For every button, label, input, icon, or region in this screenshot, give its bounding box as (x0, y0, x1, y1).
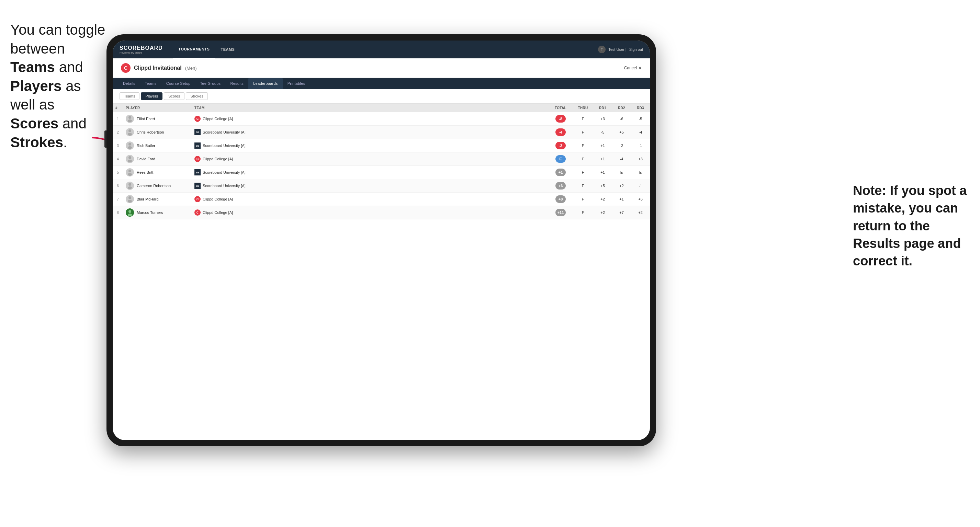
row-thru: F (573, 179, 593, 193)
row-player: Chris Robertson (123, 125, 192, 139)
player-name: Rees Britt (137, 170, 153, 175)
teams-bold: Teams (10, 59, 55, 75)
players-toggle-button[interactable]: Players (141, 92, 162, 100)
team-logo: SB (194, 169, 200, 175)
row-rd1: +2 (593, 193, 612, 206)
row-thru: F (573, 166, 593, 179)
team-logo: C (194, 116, 200, 122)
tournament-logo: C (121, 63, 130, 73)
sub-nav-printables[interactable]: Printables (283, 78, 310, 89)
row-rd1: +2 (593, 206, 612, 219)
row-rd3: +6 (631, 193, 650, 206)
row-thru: F (573, 206, 593, 219)
row-rd1: +5 (593, 179, 612, 193)
svg-point-11 (129, 183, 131, 186)
team-name: Clippd College [A] (203, 197, 233, 201)
table-row: 3 Rich Butler (113, 139, 650, 152)
svg-point-7 (129, 156, 131, 159)
team-logo: C (194, 210, 200, 216)
row-thru: F (573, 125, 593, 139)
row-team: C Clippd College [A] (192, 193, 288, 206)
col-rd3: RD3 (631, 104, 650, 112)
scores-toggle-button[interactable]: Scores (164, 92, 185, 100)
col-rd1: RD1 (593, 104, 612, 112)
row-rd2: E (612, 166, 631, 179)
row-player: David Ford (123, 152, 192, 166)
sub-nav-results[interactable]: Results (225, 78, 248, 89)
row-pos: 7 (113, 193, 123, 206)
score-badge: +1 (555, 168, 566, 176)
row-player: Elliot Ebert (123, 112, 192, 125)
player-name: Rich Butler (137, 143, 155, 148)
cancel-button[interactable]: Cancel ✕ (624, 65, 642, 70)
svg-point-4 (128, 133, 132, 136)
svg-point-5 (129, 143, 131, 146)
row-team: SB Scoreboard University [A] (192, 139, 288, 152)
row-spacer (288, 179, 549, 193)
team-name: Clippd College [A] (203, 157, 233, 161)
svg-point-6 (128, 146, 132, 149)
row-rd2: +5 (612, 125, 631, 139)
sign-out-button[interactable]: Sign out (629, 48, 643, 51)
tournament-name: Clippd Invitational (134, 65, 182, 71)
strokes-toggle-button[interactable]: Strokes (186, 92, 207, 100)
row-thru: F (573, 139, 593, 152)
row-rd3: -1 (631, 139, 650, 152)
row-total: +11 (549, 206, 573, 219)
row-pos: 1 (113, 112, 123, 125)
player-avatar (126, 182, 134, 190)
col-pos: # (113, 104, 123, 112)
leaderboard-table: # PLAYER TEAM TOTAL THRU RD1 RD2 RD3 (113, 104, 650, 440)
svg-point-16 (129, 210, 131, 213)
players-table: # PLAYER TEAM TOTAL THRU RD1 RD2 RD3 (113, 104, 650, 219)
row-team: C Clippd College [A] (192, 206, 288, 219)
row-rd1: +1 (593, 166, 612, 179)
team-name: Clippd College [A] (203, 117, 233, 121)
sub-nav-leaderboards[interactable]: Leaderboards (248, 78, 283, 89)
nav-tournaments[interactable]: TOURNAMENTS (173, 41, 215, 58)
sub-nav-teams[interactable]: Teams (140, 78, 161, 89)
col-team: TEAM (192, 104, 288, 112)
row-rd2: +1 (612, 193, 631, 206)
svg-point-10 (128, 173, 132, 176)
team-logo: C (194, 156, 200, 162)
nav-teams[interactable]: TEAMS (215, 41, 240, 58)
row-total: +8 (549, 193, 573, 206)
sub-nav-course-setup[interactable]: Course Setup (161, 78, 196, 89)
row-player: Blair McHarg (123, 193, 192, 206)
toggle-row: Teams Players Scores Strokes (113, 89, 650, 104)
player-name: Chris Robertson (137, 130, 164, 134)
right-annotation: Note: If you spot a mistake, you can ret… (853, 182, 970, 270)
svg-point-1 (129, 116, 131, 119)
svg-point-2 (128, 119, 132, 122)
row-pos: 2 (113, 125, 123, 139)
team-logo: SB (194, 129, 200, 135)
cancel-icon: ✕ (638, 65, 642, 70)
row-team: C Clippd College [A] (192, 112, 288, 125)
svg-point-14 (128, 200, 132, 203)
table-row: 6 Cameron Robertson (113, 179, 650, 193)
row-total: +1 (549, 166, 573, 179)
strokes-bold: Strokes (10, 134, 63, 150)
score-badge: -8 (555, 115, 566, 122)
row-rd3: -5 (631, 112, 650, 125)
row-rd2: -4 (612, 152, 631, 166)
row-rd2: -2 (612, 139, 631, 152)
row-pos: 4 (113, 152, 123, 166)
tablet-screen: SCOREBOARD Powered by clippd TOURNAMENTS… (113, 41, 650, 440)
player-name: Blair McHarg (137, 197, 159, 201)
player-avatar (126, 115, 134, 123)
sub-nav-tee-groups[interactable]: Tee Groups (196, 78, 226, 89)
player-name: Cameron Robertson (137, 184, 171, 188)
row-player: Rich Butler (123, 139, 192, 152)
player-name: Marcus Turners (137, 210, 163, 214)
teams-toggle-button[interactable]: Teams (119, 92, 140, 100)
sub-nav-details[interactable]: Details (118, 78, 140, 89)
row-pos: 5 (113, 166, 123, 179)
row-thru: F (573, 193, 593, 206)
score-badge: -4 (555, 129, 566, 136)
row-rd1: -5 (593, 125, 612, 139)
player-avatar (126, 155, 134, 163)
col-rd2: RD2 (612, 104, 631, 112)
col-thru: THRU (573, 104, 593, 112)
